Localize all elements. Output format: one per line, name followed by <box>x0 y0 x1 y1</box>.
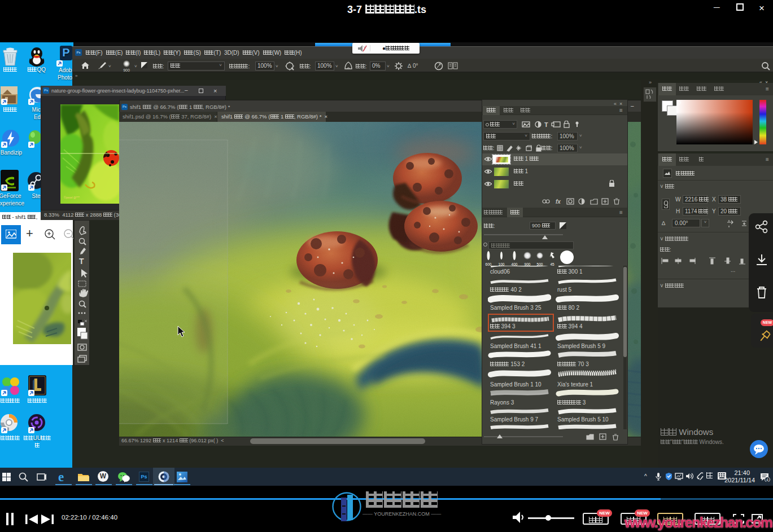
svg-text:T: T <box>544 121 548 128</box>
svg-text:T: T <box>79 257 84 266</box>
svg-text:900: 900 <box>123 68 130 72</box>
svg-text:fx: fx <box>556 199 561 205</box>
svg-text:©pexel @***: ©pexel @*** <box>64 196 80 199</box>
svg-text:4: 4 <box>766 478 768 482</box>
